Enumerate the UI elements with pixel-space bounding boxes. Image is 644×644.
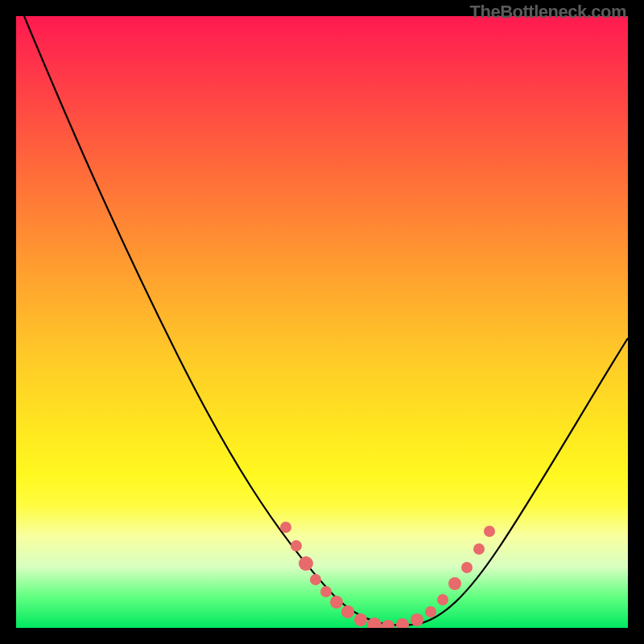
plot-gradient-background	[16, 16, 628, 628]
watermark-text: TheBottleneck.com	[470, 2, 626, 23]
chart-container: TheBottleneck.com	[0, 0, 644, 644]
